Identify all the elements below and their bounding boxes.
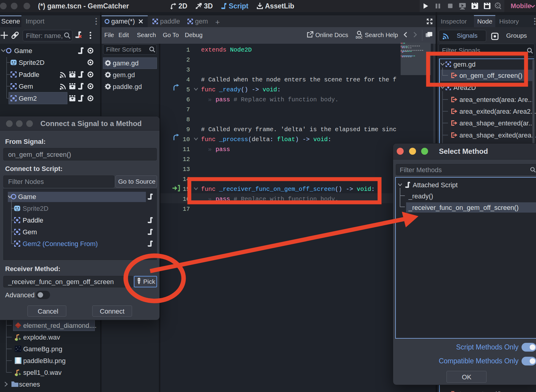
svg-text:game.gd: game.gd — [113, 59, 139, 67]
svg-text:paddle.gd: paddle.gd — [113, 83, 142, 90]
svg-text:gem.gd: gem.gd — [453, 61, 475, 68]
svg-text:area_shape_exited(area...: area_shape_exited(area... — [459, 131, 536, 139]
svg-text:area_shape_entered(ar...: area_shape_entered(ar... — [459, 119, 534, 127]
svg-text:spell1_0.wav: spell1_0.wav — [23, 369, 61, 376]
svg-text:Sprite2D: Sprite2D — [23, 205, 49, 212]
svg-text:Attached Script: Attached Script — [413, 181, 458, 189]
svg-text:Game: Game — [14, 47, 32, 55]
svg-text:Gem: Gem — [19, 83, 33, 90]
svg-text:Area2D: Area2D — [453, 84, 476, 91]
svg-text:Game: Game — [18, 193, 36, 201]
svg-text:_ready(): _ready() — [408, 192, 433, 200]
svg-text:paddleBlu.png: paddleBlu.png — [23, 357, 66, 365]
svg-text:_receiver_func_on_gem_off_scre: _receiver_func_on_gem_off_screen() — [408, 204, 519, 211]
svg-text:area_entered(area: Are...: area_entered(area: Are... — [459, 96, 534, 103]
svg-text:element_red_diamond....: element_red_diamond.... — [23, 322, 96, 329]
svg-text:explode.wav: explode.wav — [23, 334, 60, 341]
svg-text:Sprite2D: Sprite2D — [19, 59, 45, 66]
svg-text:Paddle: Paddle — [19, 71, 39, 78]
svg-text:scenes: scenes — [19, 381, 40, 388]
svg-text:Paddle: Paddle — [23, 217, 43, 224]
svg-text:on_gem_off_screen(): on_gem_off_screen() — [459, 72, 522, 79]
svg-text:Gem2: Gem2 — [19, 95, 37, 102]
svg-text:gem.gd: gem.gd — [113, 71, 135, 79]
svg-text:GameBg.png: GameBg.png — [23, 345, 62, 353]
svg-text:area_exited(area: Area2...: area_exited(area: Area2... — [459, 108, 536, 115]
svg-text:Gem2 (Connecting From): Gem2 (Connecting From) — [23, 240, 98, 248]
svg-text:DOC: DOC — [356, 36, 362, 39]
svg-text:tree_entered(): tree_entered() — [459, 390, 501, 392]
svg-text:Gem: Gem — [23, 228, 37, 236]
